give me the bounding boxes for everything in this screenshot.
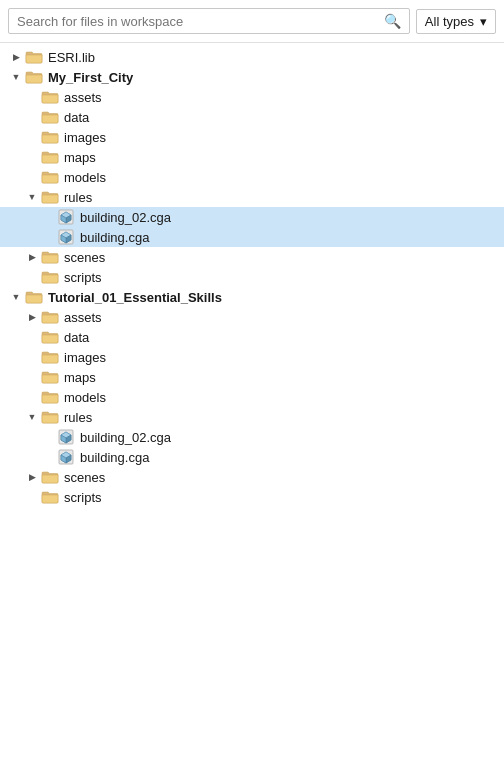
tree-item[interactable]: ▶ ESRI.lib [0,47,504,67]
toggle-placeholder [24,89,40,105]
tree-item[interactable]: images [0,347,504,367]
search-box[interactable]: 🔍 [8,8,410,34]
search-input[interactable] [17,14,378,29]
folder-icon [40,109,60,125]
toggle-btn[interactable]: ▼ [8,69,24,85]
tree-item[interactable]: assets [0,87,504,107]
toggle-placeholder [24,369,40,385]
folder-icon [40,389,60,405]
cga-file-icon [56,429,76,445]
workspace-panel: 🔍 All types ▾ ▶ ESRI.lib▼ My_First_City … [0,0,504,753]
toggle-btn[interactable]: ▼ [24,409,40,425]
item-label: assets [64,90,102,105]
folder-icon [40,189,60,205]
folder-icon [40,129,60,145]
item-label: ESRI.lib [48,50,95,65]
tree-item[interactable]: ▼ rules [0,407,504,427]
item-label: scenes [64,470,105,485]
toggle-placeholder [24,109,40,125]
tree-item[interactable]: scripts [0,267,504,287]
tree-item[interactable]: maps [0,367,504,387]
item-label: data [64,110,89,125]
folder-icon [40,269,60,285]
folder-icon [24,289,44,305]
item-label: My_First_City [48,70,133,85]
item-label: building_02.cga [80,210,171,225]
item-label: models [64,390,106,405]
type-dropdown-label: All types [425,14,474,29]
item-label: maps [64,150,96,165]
item-label: data [64,330,89,345]
folder-icon [40,249,60,265]
toggle-placeholder [24,329,40,345]
folder-icon [40,329,60,345]
tree-item[interactable]: maps [0,147,504,167]
toggle-btn[interactable]: ▶ [24,249,40,265]
tree-item[interactable]: building_02.cga [0,427,504,447]
tree-item[interactable]: ▼ rules [0,187,504,207]
item-label: maps [64,370,96,385]
folder-icon [40,469,60,485]
toggle-btn[interactable]: ▶ [24,309,40,325]
item-label: scripts [64,490,102,505]
item-label: assets [64,310,102,325]
cga-file-icon [56,449,76,465]
folder-icon [40,149,60,165]
tree-item[interactable]: building.cga [0,227,504,247]
tree-item[interactable]: data [0,107,504,127]
search-icon: 🔍 [384,13,401,29]
tree-item[interactable]: scripts [0,487,504,507]
toggle-placeholder [40,229,56,245]
item-label: rules [64,190,92,205]
item-label: scripts [64,270,102,285]
folder-icon [24,69,44,85]
tree-item[interactable]: building.cga [0,447,504,467]
toggle-placeholder [24,169,40,185]
folder-icon [40,409,60,425]
file-tree: ▶ ESRI.lib▼ My_First_City assets data im… [0,43,504,753]
toggle-placeholder [24,389,40,405]
item-label: scenes [64,250,105,265]
tree-item[interactable]: ▶ scenes [0,247,504,267]
tree-item[interactable]: building_02.cga [0,207,504,227]
item-label: Tutorial_01_Essential_Skills [48,290,222,305]
toggle-btn[interactable]: ▶ [24,469,40,485]
item-label: building.cga [80,450,149,465]
item-label: building.cga [80,230,149,245]
tree-item[interactable]: models [0,387,504,407]
toggle-placeholder [40,429,56,445]
toggle-placeholder [40,209,56,225]
item-label: images [64,130,106,145]
folder-icon [40,89,60,105]
toggle-placeholder [24,489,40,505]
tree-item[interactable]: ▶ assets [0,307,504,327]
folder-icon [24,49,44,65]
toggle-placeholder [24,149,40,165]
toggle-placeholder [24,129,40,145]
tree-item[interactable]: ▼ My_First_City [0,67,504,87]
toggle-placeholder [40,449,56,465]
folder-icon [40,169,60,185]
folder-icon [40,489,60,505]
toggle-btn[interactable]: ▼ [24,189,40,205]
item-label: models [64,170,106,185]
folder-icon [40,309,60,325]
toggle-btn[interactable]: ▼ [8,289,24,305]
chevron-down-icon: ▾ [480,14,487,29]
tree-item[interactable]: ▶ scenes [0,467,504,487]
tree-item[interactable]: ▼ Tutorial_01_Essential_Skills [0,287,504,307]
tree-item[interactable]: images [0,127,504,147]
top-bar: 🔍 All types ▾ [0,0,504,43]
item-label: images [64,350,106,365]
tree-item[interactable]: data [0,327,504,347]
folder-icon [40,349,60,365]
item-label: rules [64,410,92,425]
cga-file-icon [56,209,76,225]
tree-item[interactable]: models [0,167,504,187]
type-dropdown[interactable]: All types ▾ [416,9,496,34]
toggle-btn[interactable]: ▶ [8,49,24,65]
toggle-placeholder [24,269,40,285]
cga-file-icon [56,229,76,245]
item-label: building_02.cga [80,430,171,445]
toggle-placeholder [24,349,40,365]
